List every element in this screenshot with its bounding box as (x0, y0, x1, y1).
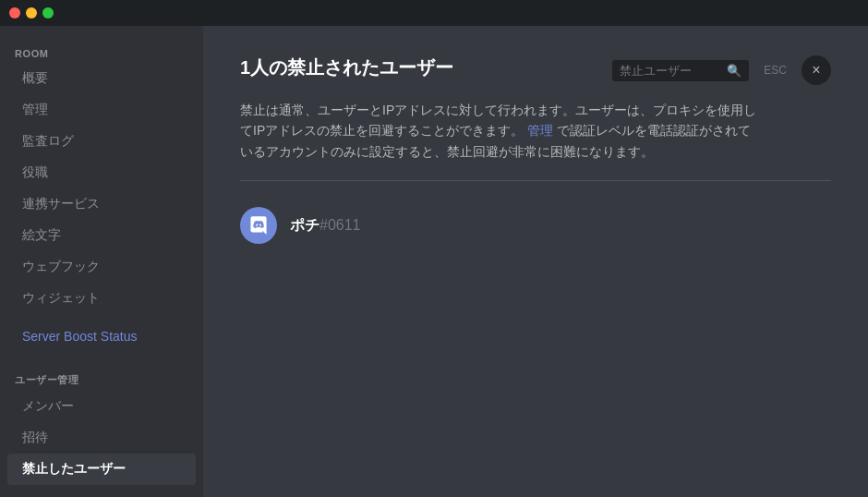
content-header: 1人の禁止されたユーザー 🔍 ESC × (240, 55, 831, 85)
search-icon: 🔍 (727, 64, 741, 78)
header-right: 🔍 ESC × (612, 55, 831, 85)
content-divider (240, 180, 831, 181)
sidebar-item-widget[interactable]: ウィジェット (7, 283, 196, 314)
sidebar-item-manage[interactable]: 管理 (7, 94, 196, 126)
maximize-window-button[interactable] (42, 7, 54, 18)
close-button[interactable]: × (802, 55, 831, 85)
sidebar-item-bans[interactable]: 禁止したユーザー (7, 454, 196, 485)
room-section-label: ROOM (0, 41, 203, 63)
sidebar-item-webhook[interactable]: ウェブフック (7, 251, 196, 283)
sidebar: ROOM 概要 管理 監査ログ 役職 連携サービス 絵文字 ウェブフック ウィジ… (0, 26, 203, 497)
main-content: 1人の禁止されたユーザー 🔍 ESC × 禁止は通常、ユーザーとIPアドレスに対… (203, 26, 868, 497)
titlebar (0, 0, 868, 26)
user-discriminator: #0611 (319, 217, 361, 233)
app-layout: ROOM 概要 管理 監査ログ 役職 連携サービス 絵文字 ウェブフック ウィジ… (0, 26, 868, 497)
minimize-window-button[interactable] (26, 7, 37, 18)
sidebar-item-roles[interactable]: 役職 (7, 157, 196, 188)
user-name: ポチ (290, 217, 319, 233)
ban-description: 禁止は通常、ユーザーとIPアドレスに対して行われます。ユーザーは、プロキシを使用… (240, 100, 757, 162)
sidebar-item-integr[interactable]: 連携サービス (7, 188, 196, 220)
sidebar-item-audit[interactable]: 監査ログ (7, 126, 196, 157)
user-info: ポチ#0611 (290, 216, 361, 236)
search-input[interactable] (620, 64, 721, 78)
esc-label: ESC (764, 64, 787, 77)
sidebar-item-invites[interactable]: 招待 (7, 422, 196, 454)
sidebar-item-emoji[interactable]: 絵文字 (7, 220, 196, 251)
description-link[interactable]: 管理 (527, 123, 553, 138)
window-controls (9, 7, 54, 18)
page-title: 1人の禁止されたユーザー (240, 55, 453, 80)
sidebar-item-boost[interactable]: Server Boost Status (7, 321, 196, 351)
search-box[interactable]: 🔍 (612, 60, 749, 81)
sidebar-item-overview[interactable]: 概要 (7, 63, 196, 94)
banned-user-item: ポチ#0611 (240, 200, 831, 251)
user-mgmt-section-label: ユーザー管理 (0, 366, 203, 391)
sidebar-item-members[interactable]: メンバー (7, 391, 196, 422)
avatar (240, 207, 277, 244)
close-window-button[interactable] (9, 7, 20, 18)
